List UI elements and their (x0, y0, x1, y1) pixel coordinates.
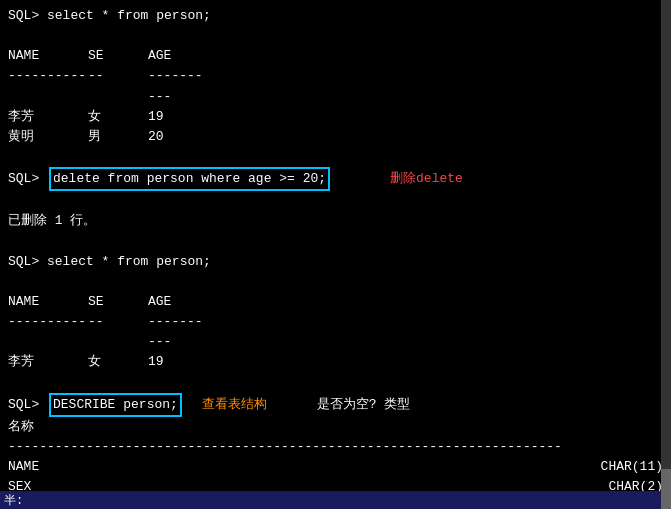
line-blank4 (8, 232, 663, 252)
table-row: 黄明 男 20 (8, 127, 663, 147)
terminal-window: SQL> select * from person; NAME SE AGE -… (0, 0, 671, 509)
scrollbar-thumb[interactable] (661, 469, 671, 509)
col-age-label2: AGE (148, 292, 208, 312)
bottom-bar: 半: (0, 491, 661, 509)
col-name-label: NAME (8, 46, 88, 66)
delete-command-line: SQL> delete from person where age >= 20;… (8, 167, 663, 191)
cell-age2: 19 (148, 352, 208, 372)
cell-se: 男 (88, 127, 148, 147)
describe-separator: ----------------------------------------… (8, 437, 663, 457)
scrollbar[interactable] (661, 0, 671, 509)
table-sep1: ---------- -- ---------- (8, 66, 663, 106)
delete-command: delete from person where age >= 20; (49, 167, 330, 191)
sep5: -- (88, 312, 148, 332)
table-header1: NAME SE AGE (8, 46, 663, 66)
cell-se: 女 (88, 107, 148, 127)
describe-annotation2: 是否为空? 类型 (317, 395, 411, 415)
sep6: ---------- (148, 312, 208, 352)
col-name-label2: NAME (8, 292, 88, 312)
col-se-label: SE (88, 46, 148, 66)
line-blank6 (8, 373, 663, 393)
describe-row: NAME CHAR(11) (8, 457, 663, 477)
sql-prompt-describe: SQL> (8, 395, 47, 415)
desc-name1: NAME (8, 457, 88, 477)
cell-name2: 李芳 (8, 352, 88, 372)
cell-name: 李芳 (8, 107, 88, 127)
table-sep2: ---------- -- ---------- (8, 312, 663, 352)
table-header2: NAME SE AGE (8, 292, 663, 312)
cell-age: 19 (148, 107, 208, 127)
line-select1: SQL> select * from person; (8, 6, 663, 26)
deleted-message: 已删除 1 行。 (8, 211, 663, 231)
desc-col-name: 名称 (8, 417, 88, 437)
cell-se2: 女 (88, 352, 148, 372)
line-blank5 (8, 272, 663, 292)
sep1: ---------- (8, 66, 88, 86)
line-select2: SQL> select * from person; (8, 252, 663, 272)
cell-age: 20 (148, 127, 208, 147)
sep4: ---------- (8, 312, 88, 332)
sep3: ---------- (148, 66, 208, 106)
line-blank1 (8, 26, 663, 46)
line-blank3 (8, 191, 663, 211)
col-se-label2: SE (88, 292, 148, 312)
cell-name: 黄明 (8, 127, 88, 147)
table-row: 李芳 女 19 (8, 352, 663, 372)
describe-command-line: SQL> DESCRIBE person; 查看表结构 是否为空? 类型 (8, 393, 663, 417)
bottom-bar-text: 半: (4, 492, 23, 509)
delete-annotation: 删除delete (390, 169, 463, 189)
describe-command: DESCRIBE person; (49, 393, 182, 417)
describe-annotation1: 查看表结构 (202, 395, 267, 415)
table-row: 李芳 女 19 (8, 107, 663, 127)
col-age-label: AGE (148, 46, 208, 66)
line-blank2 (8, 147, 663, 167)
sql-prompt-delete: SQL> (8, 169, 47, 189)
sep2: -- (88, 66, 148, 86)
desc-type1: CHAR(11) (543, 457, 663, 477)
describe-header-row: 名称 (8, 417, 663, 437)
